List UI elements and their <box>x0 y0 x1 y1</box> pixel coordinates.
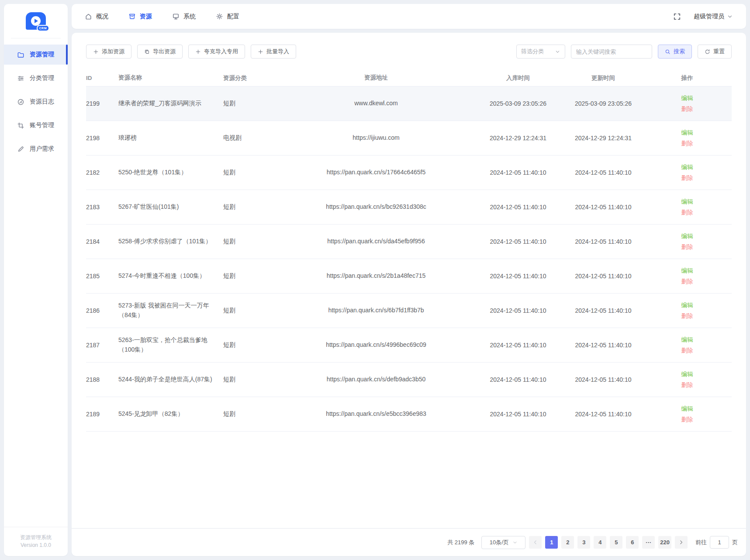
page-buttons: 123456···220 <box>545 536 671 549</box>
page-button[interactable]: 220 <box>658 536 671 549</box>
refresh-icon <box>705 49 710 55</box>
sidebar-item-category-management[interactable]: 分类管理 <box>4 68 68 88</box>
sidebar-item-resource-management[interactable]: 资源管理 <box>4 45 68 65</box>
table-row: 2199继承者的荣耀_刀客源码网演示短剧www.dkewl.com2025-03… <box>86 86 732 121</box>
search-button[interactable]: 搜索 <box>658 45 692 59</box>
pagination: 共 2199 条 10条/页 123456···220 前往 页 <box>72 528 746 556</box>
delete-link[interactable]: 删除 <box>681 381 693 389</box>
cell-id: 2183 <box>86 204 118 211</box>
batch-import-button[interactable]: 批量导入 <box>251 45 296 59</box>
edit-link[interactable]: 编辑 <box>681 301 693 309</box>
cell-created-at: 2024-12-05 11:40:10 <box>477 238 564 245</box>
address-text: https://ijiuwu.com <box>353 133 399 143</box>
next-page-button[interactable] <box>675 536 688 549</box>
edit-link[interactable]: 编辑 <box>681 232 693 240</box>
cell-id: 2184 <box>86 238 118 245</box>
action-links: 编辑删除 <box>681 301 693 320</box>
cell-address: https://ijiuwu.com <box>280 133 477 143</box>
table-row: 21825250-绝世龙尊（101集）短剧https://pan.quark.c… <box>86 156 732 190</box>
user-name: 超级管理员 <box>694 13 724 21</box>
nav-item-config[interactable]: 配置 <box>216 13 239 21</box>
delete-link[interactable]: 删除 <box>681 278 693 286</box>
copy-icon <box>144 49 150 55</box>
cell-actions: 编辑删除 <box>647 232 732 251</box>
delete-link[interactable]: 删除 <box>681 174 693 182</box>
nav-item-resources[interactable]: 资源 <box>128 13 152 21</box>
monitor-icon <box>172 13 180 20</box>
category-filter-placeholder: 筛选分类 <box>521 48 544 55</box>
add-resource-button[interactable]: 添加资源 <box>86 45 131 59</box>
prev-page-button[interactable] <box>529 536 542 549</box>
category-filter-select[interactable]: 筛选分类 <box>516 45 565 59</box>
cell-actions: 编辑删除 <box>647 129 732 148</box>
goto-page-input[interactable] <box>710 536 729 549</box>
table-row: 21885244-我的弟子全是绝世高人(87集)短剧https://pan.qu… <box>86 363 732 397</box>
logo-circle <box>31 16 41 26</box>
sidebar-item-user-needs[interactable]: 用户需求 <box>4 139 68 159</box>
table-header-row: ID资源名称资源分类资源地址入库时间更新时间操作 <box>86 70 732 86</box>
edit-link[interactable]: 编辑 <box>681 163 693 171</box>
table-row: 21845258-傅少求求你别虐了（101集）短剧https://pan.qua… <box>86 225 732 259</box>
page-button[interactable]: 6 <box>626 536 639 549</box>
chevron-right-icon <box>678 539 684 545</box>
cell-id: 2199 <box>86 100 118 107</box>
app-version: Version 1.0.0 <box>7 541 64 549</box>
edit-link[interactable]: 编辑 <box>681 94 693 102</box>
keyword-search-input[interactable] <box>571 45 652 59</box>
play-icon <box>35 19 38 23</box>
delete-link[interactable]: 删除 <box>681 312 693 320</box>
cell-name: 琅琊榜 <box>118 133 223 143</box>
page-button[interactable]: 3 <box>577 536 590 549</box>
resource-table: ID资源名称资源分类资源地址入库时间更新时间操作 2199继承者的荣耀_刀客源码… <box>86 70 732 432</box>
cell-created-at: 2024-12-05 11:40:10 <box>477 273 564 280</box>
cell-category: 短剧 <box>223 169 280 176</box>
pages-ellipsis-button[interactable]: ··· <box>642 536 655 549</box>
nav-item-overview[interactable]: 概况 <box>85 13 108 21</box>
fullscreen-icon[interactable] <box>673 12 681 21</box>
user-menu[interactable]: 超级管理员 <box>694 13 733 21</box>
column-header-updated_at: 更新时间 <box>564 74 647 82</box>
plus-icon <box>93 49 99 55</box>
reset-button[interactable]: 重置 <box>698 45 732 59</box>
cell-address: www.dkewl.com <box>280 99 477 108</box>
delete-link[interactable]: 删除 <box>681 140 693 148</box>
cell-id: 2189 <box>86 411 118 418</box>
address-text: https://pan.quark.cn/s/4996bec69c09 <box>326 340 426 350</box>
spacer <box>72 432 746 528</box>
cell-address: https://pan.quark.cn/s/4996bec69c09 <box>280 340 477 350</box>
delete-link[interactable]: 删除 <box>681 347 693 355</box>
main-content: 添加资源 导出资源 夸克导入专用 批量导入 筛选分类 搜索 <box>72 33 746 556</box>
edit-link[interactable]: 编辑 <box>681 198 693 206</box>
cell-created-at: 2024-12-05 11:40:10 <box>477 411 564 418</box>
edit-link[interactable]: 编辑 <box>681 405 693 413</box>
page-size-select[interactable]: 10条/页 <box>481 536 525 549</box>
delete-link[interactable]: 删除 <box>681 209 693 217</box>
cell-address: https://pan.quark.cn/s/17664c6465f5 <box>280 168 477 177</box>
edit-link[interactable]: 编辑 <box>681 336 693 344</box>
plus-icon <box>195 49 201 55</box>
page-button[interactable]: 4 <box>594 536 606 549</box>
goto-label: 前往 <box>695 539 707 546</box>
edit-link[interactable]: 编辑 <box>681 129 693 137</box>
crop-icon <box>17 122 24 129</box>
cell-actions: 编辑删除 <box>647 370 732 389</box>
batch-import-label: 批量导入 <box>266 48 289 55</box>
sidebar-item-account-management[interactable]: 账号管理 <box>4 115 68 135</box>
action-links: 编辑删除 <box>681 94 693 113</box>
edit-link[interactable]: 编辑 <box>681 267 693 275</box>
nav-item-system[interactable]: 系统 <box>172 13 196 21</box>
sidebar-item-resource-logs[interactable]: 资源日志 <box>4 92 68 112</box>
cell-id: 2188 <box>86 376 118 383</box>
export-resource-button[interactable]: 导出资源 <box>137 45 183 59</box>
page-button[interactable]: 5 <box>610 536 622 549</box>
table-row: 21855274-今时重逢不相逢（100集）短剧https://pan.quar… <box>86 259 732 294</box>
page-button[interactable]: 1 <box>545 536 558 549</box>
delete-link[interactable]: 删除 <box>681 243 693 251</box>
page-button[interactable]: 2 <box>561 536 574 549</box>
delete-link[interactable]: 删除 <box>681 416 693 424</box>
quark-import-button[interactable]: 夸克导入专用 <box>188 45 245 59</box>
column-header-address: 资源地址 <box>280 73 477 83</box>
edit-link[interactable]: 编辑 <box>681 370 693 378</box>
logo-crm-badge: CRM <box>37 25 49 31</box>
delete-link[interactable]: 删除 <box>681 105 693 113</box>
